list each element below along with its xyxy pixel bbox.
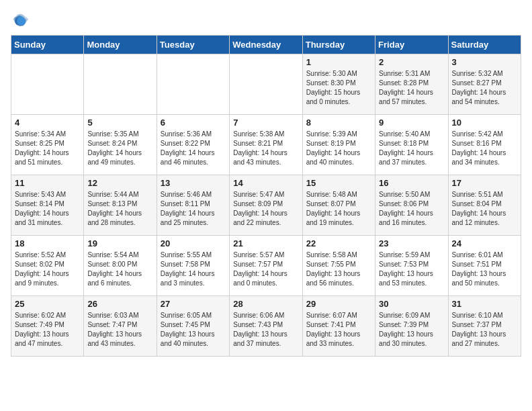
calendar-cell-w5-d3: 28Sunrise: 6:06 AM Sunset: 7:43 PM Dayli… [230,296,302,357]
day-info: Sunrise: 5:59 AM Sunset: 7:53 PM Dayligh… [379,250,444,288]
day-number: 7 [233,118,298,128]
calendar-cell-w4-d6: 24Sunrise: 6:01 AM Sunset: 7:51 PM Dayli… [448,236,521,296]
day-info: Sunrise: 5:32 AM Sunset: 8:27 PM Dayligh… [452,69,517,107]
day-number: 8 [306,118,371,128]
weekday-saturday: Saturday [448,36,521,54]
weekday-header-row: SundayMondayTuesdayWednesdayThursdayFrid… [11,36,521,54]
calendar-cell-w2-d4: 8Sunrise: 5:39 AM Sunset: 8:19 PM Daylig… [302,115,375,175]
calendar-cell-w3-d6: 17Sunrise: 5:51 AM Sunset: 8:04 PM Dayli… [448,175,521,236]
week-row-2: 4Sunrise: 5:34 AM Sunset: 8:25 PM Daylig… [11,115,521,175]
day-number: 31 [452,299,517,309]
day-info: Sunrise: 5:58 AM Sunset: 7:55 PM Dayligh… [306,250,371,288]
day-info: Sunrise: 5:47 AM Sunset: 8:09 PM Dayligh… [233,190,298,228]
calendar-cell-w4-d2: 20Sunrise: 5:55 AM Sunset: 7:58 PM Dayli… [157,236,229,296]
calendar-cell-w5-d2: 27Sunrise: 6:05 AM Sunset: 7:45 PM Dayli… [157,296,229,357]
day-info: Sunrise: 6:10 AM Sunset: 7:37 PM Dayligh… [452,311,517,349]
calendar-table: SundayMondayTuesdayWednesdayThursdayFrid… [11,35,521,357]
calendar-cell-w2-d0: 4Sunrise: 5:34 AM Sunset: 8:25 PM Daylig… [11,115,84,175]
calendar-cell-w2-d3: 7Sunrise: 5:38 AM Sunset: 8:21 PM Daylig… [230,115,302,175]
day-info: Sunrise: 5:55 AM Sunset: 7:58 PM Dayligh… [161,250,226,288]
weekday-thursday: Thursday [302,36,375,54]
calendar-cell-w3-d5: 16Sunrise: 5:50 AM Sunset: 8:06 PM Dayli… [375,175,448,236]
day-number: 17 [452,178,517,188]
day-number: 28 [233,299,298,309]
day-number: 19 [87,238,152,248]
weekday-sunday: Sunday [11,36,84,54]
day-info: Sunrise: 5:35 AM Sunset: 8:24 PM Dayligh… [87,130,152,167]
day-number: 30 [379,299,444,309]
day-info: Sunrise: 5:36 AM Sunset: 8:22 PM Dayligh… [161,130,226,167]
day-info: Sunrise: 6:06 AM Sunset: 7:43 PM Dayligh… [233,311,298,349]
day-info: Sunrise: 5:42 AM Sunset: 8:16 PM Dayligh… [452,130,517,167]
day-number: 3 [452,57,517,67]
day-number: 12 [87,178,152,188]
calendar-cell-w3-d4: 15Sunrise: 5:48 AM Sunset: 8:07 PM Dayli… [302,175,375,236]
day-info: Sunrise: 5:30 AM Sunset: 8:30 PM Dayligh… [306,69,371,107]
calendar-cell-w3-d2: 13Sunrise: 5:46 AM Sunset: 8:11 PM Dayli… [157,175,229,236]
day-info: Sunrise: 5:31 AM Sunset: 8:28 PM Dayligh… [379,69,444,107]
day-info: Sunrise: 5:54 AM Sunset: 8:00 PM Dayligh… [87,250,152,288]
logo [11,11,32,30]
day-number: 18 [15,238,80,248]
calendar-cell-w4-d0: 18Sunrise: 5:52 AM Sunset: 8:02 PM Dayli… [11,236,84,296]
logo-icon [11,11,30,30]
calendar-cell-w5-d0: 25Sunrise: 6:02 AM Sunset: 7:49 PM Dayli… [11,296,84,357]
day-info: Sunrise: 5:40 AM Sunset: 8:18 PM Dayligh… [379,130,444,167]
week-row-3: 11Sunrise: 5:43 AM Sunset: 8:14 PM Dayli… [11,175,521,236]
calendar-cell-w5-d6: 31Sunrise: 6:10 AM Sunset: 7:37 PM Dayli… [448,296,521,357]
day-number: 20 [161,238,226,248]
week-row-5: 25Sunrise: 6:02 AM Sunset: 7:49 PM Dayli… [11,296,521,357]
calendar-cell-w3-d0: 11Sunrise: 5:43 AM Sunset: 8:14 PM Dayli… [11,175,84,236]
day-number: 25 [15,299,80,309]
day-info: Sunrise: 5:50 AM Sunset: 8:06 PM Dayligh… [379,190,444,228]
day-number: 22 [306,238,371,248]
day-info: Sunrise: 6:09 AM Sunset: 7:39 PM Dayligh… [379,311,444,349]
day-info: Sunrise: 5:46 AM Sunset: 8:11 PM Dayligh… [161,190,226,228]
day-number: 16 [379,178,444,188]
calendar-cell-w1-d4: 1Sunrise: 5:30 AM Sunset: 8:30 PM Daylig… [302,54,375,115]
day-info: Sunrise: 5:57 AM Sunset: 7:57 PM Dayligh… [233,250,298,288]
day-info: Sunrise: 5:52 AM Sunset: 8:02 PM Dayligh… [15,250,80,288]
weekday-friday: Friday [375,36,448,54]
calendar-cell-w4-d1: 19Sunrise: 5:54 AM Sunset: 8:00 PM Dayli… [84,236,157,296]
calendar-cell-w3-d1: 12Sunrise: 5:44 AM Sunset: 8:13 PM Dayli… [84,175,157,236]
day-number: 9 [379,118,444,128]
day-number: 13 [161,178,226,188]
day-info: Sunrise: 5:51 AM Sunset: 8:04 PM Dayligh… [452,190,517,228]
calendar-header: SundayMondayTuesdayWednesdayThursdayFrid… [11,36,521,54]
day-number: 14 [233,178,298,188]
day-info: Sunrise: 5:44 AM Sunset: 8:13 PM Dayligh… [87,190,152,228]
day-number: 11 [15,178,80,188]
day-number: 15 [306,178,371,188]
calendar-cell-w4-d3: 21Sunrise: 5:57 AM Sunset: 7:57 PM Dayli… [230,236,302,296]
day-info: Sunrise: 5:48 AM Sunset: 8:07 PM Dayligh… [306,190,371,228]
calendar-cell-w1-d1 [84,54,157,115]
calendar-cell-w3-d3: 14Sunrise: 5:47 AM Sunset: 8:09 PM Dayli… [230,175,302,236]
calendar-cell-w1-d0 [11,54,84,115]
day-number: 1 [306,57,371,67]
day-number: 10 [452,118,517,128]
calendar-cell-w2-d1: 5Sunrise: 5:35 AM Sunset: 8:24 PM Daylig… [84,115,157,175]
day-number: 5 [87,118,152,128]
calendar-cell-w5-d5: 30Sunrise: 6:09 AM Sunset: 7:39 PM Dayli… [375,296,448,357]
calendar-cell-w5-d4: 29Sunrise: 6:07 AM Sunset: 7:41 PM Dayli… [302,296,375,357]
calendar-cell-w5-d1: 26Sunrise: 6:03 AM Sunset: 7:47 PM Dayli… [84,296,157,357]
calendar-cell-w2-d2: 6Sunrise: 5:36 AM Sunset: 8:22 PM Daylig… [157,115,229,175]
calendar-cell-w1-d5: 2Sunrise: 5:31 AM Sunset: 8:28 PM Daylig… [375,54,448,115]
day-info: Sunrise: 5:39 AM Sunset: 8:19 PM Dayligh… [306,130,371,167]
calendar-cell-w1-d3 [230,54,302,115]
day-number: 23 [379,238,444,248]
day-number: 2 [379,57,444,67]
day-number: 4 [15,118,80,128]
week-row-4: 18Sunrise: 5:52 AM Sunset: 8:02 PM Dayli… [11,236,521,296]
day-number: 26 [87,299,152,309]
weekday-tuesday: Tuesday [157,36,229,54]
day-info: Sunrise: 6:02 AM Sunset: 7:49 PM Dayligh… [15,311,80,349]
weekday-wednesday: Wednesday [230,36,302,54]
week-row-1: 1Sunrise: 5:30 AM Sunset: 8:30 PM Daylig… [11,54,521,115]
calendar-cell-w4-d4: 22Sunrise: 5:58 AM Sunset: 7:55 PM Dayli… [302,236,375,296]
day-info: Sunrise: 6:05 AM Sunset: 7:45 PM Dayligh… [161,311,226,349]
calendar-cell-w2-d5: 9Sunrise: 5:40 AM Sunset: 8:18 PM Daylig… [375,115,448,175]
day-number: 6 [161,118,226,128]
day-info: Sunrise: 5:43 AM Sunset: 8:14 PM Dayligh… [15,190,80,228]
